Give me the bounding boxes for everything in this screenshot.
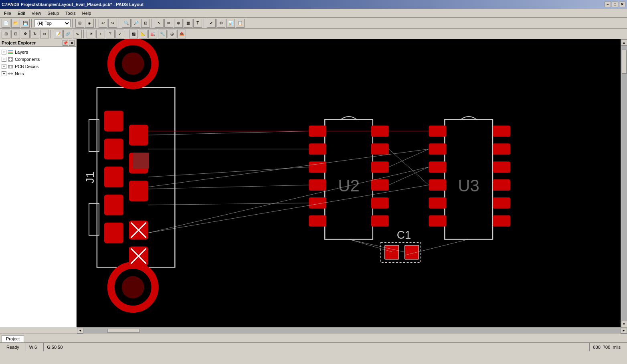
- check-button[interactable]: ✓: [115, 30, 124, 38]
- menu-view[interactable]: View: [28, 10, 44, 16]
- svg-rect-28: [104, 195, 123, 215]
- scroll-up-button[interactable]: ▲: [621, 39, 627, 46]
- pcb-decals-label: PCB Decals: [15, 64, 38, 69]
- deselect-button[interactable]: ⊟: [11, 30, 20, 38]
- fab-button[interactable]: 🏭: [148, 30, 157, 38]
- scroll-thumb-vertical[interactable]: [622, 50, 627, 74]
- mirror-button[interactable]: ⇔: [40, 30, 49, 38]
- pcb-canvas-area[interactable]: J1: [77, 39, 621, 327]
- scroll-left-button[interactable]: ◄: [77, 328, 83, 334]
- svg-rect-45: [309, 179, 326, 191]
- menu-tools[interactable]: Tools: [62, 10, 79, 16]
- settings-button[interactable]: ⚙: [216, 19, 225, 28]
- scroll-track-vertical[interactable]: [621, 46, 627, 321]
- push-button[interactable]: ↕: [96, 30, 105, 38]
- svg-point-14: [8, 73, 9, 74]
- netlist-button[interactable]: 🔗: [63, 30, 72, 38]
- new-button[interactable]: 📄: [2, 19, 10, 28]
- route-button[interactable]: ✏: [164, 19, 173, 28]
- copper-button[interactable]: ▦: [184, 19, 192, 28]
- assembly-button[interactable]: 🔧: [158, 30, 167, 38]
- drill-button[interactable]: ◎: [168, 30, 176, 38]
- pour-button[interactable]: ▩: [129, 30, 138, 38]
- save-button[interactable]: 💾: [21, 19, 30, 28]
- svg-text:U2: U2: [338, 176, 360, 195]
- separator4: [119, 19, 120, 28]
- move-button[interactable]: ✥: [21, 30, 30, 38]
- components-expand[interactable]: +: [2, 57, 6, 62]
- tree-item-nets[interactable]: + Nets: [0, 70, 76, 77]
- open-button[interactable]: 📂: [11, 19, 20, 28]
- svg-rect-25: [104, 111, 123, 132]
- export-button[interactable]: 📤: [177, 30, 186, 38]
- settings2-button[interactable]: 📊: [226, 19, 235, 28]
- query-button[interactable]: ?: [106, 30, 115, 38]
- add-via-button[interactable]: ⊕: [174, 19, 183, 28]
- pe-close-button[interactable]: ✕: [69, 40, 75, 46]
- pcb-drawing[interactable]: J1: [77, 39, 621, 327]
- menubar: File Edit View Setup Tools Help: [0, 9, 627, 18]
- zoom-fit-button[interactable]: ⊡: [141, 19, 150, 28]
- properties-button[interactable]: 📝: [54, 30, 63, 38]
- svg-rect-58: [429, 161, 446, 173]
- menu-help[interactable]: Help: [79, 10, 95, 16]
- rules-button[interactable]: 📐: [139, 30, 148, 38]
- zoom-in-button[interactable]: 🔍: [122, 19, 131, 28]
- drc-button[interactable]: ✔: [207, 19, 216, 28]
- tree-item-components[interactable]: + Components: [0, 56, 76, 63]
- scroll-down-button[interactable]: ▼: [621, 321, 627, 327]
- tree-item-layers[interactable]: + Layers: [0, 48, 76, 56]
- snap-button[interactable]: ◈: [85, 19, 94, 28]
- text-button[interactable]: T: [193, 19, 202, 28]
- svg-rect-2: [8, 53, 13, 54]
- svg-text:U3: U3: [458, 176, 479, 195]
- select-button[interactable]: ↖: [155, 19, 164, 28]
- project-explorer-header: Project Explorer 📌 ✕: [0, 39, 76, 47]
- svg-rect-69: [385, 245, 399, 259]
- status-coords: 800 700 mils: [589, 343, 624, 351]
- ratsnest-button[interactable]: ∿: [73, 30, 82, 38]
- undo-button[interactable]: ↩: [99, 19, 107, 28]
- scroll-right-button[interactable]: ►: [621, 328, 627, 334]
- zoom-out-button[interactable]: 🔎: [131, 19, 140, 28]
- nets-icon: [7, 70, 14, 77]
- svg-rect-60: [429, 197, 446, 209]
- pe-header-controls: 📌 ✕: [63, 40, 75, 46]
- svg-rect-26: [104, 139, 123, 159]
- svg-point-7: [11, 60, 12, 61]
- components-icon: [7, 56, 14, 62]
- maximize-button[interactable]: □: [612, 2, 618, 7]
- highlight-button[interactable]: ☀: [87, 30, 95, 38]
- minimize-button[interactable]: −: [605, 2, 611, 7]
- tree-item-pcb-decals[interactable]: + PCB Decals: [0, 63, 76, 70]
- tab-project[interactable]: Project: [2, 335, 24, 342]
- close-button[interactable]: ✕: [619, 2, 625, 7]
- scroll-track-horizontal[interactable]: [83, 328, 621, 333]
- components-label: Components: [15, 57, 40, 62]
- nets-expand[interactable]: +: [2, 71, 6, 76]
- grid-button[interactable]: ⊞: [75, 19, 84, 28]
- status-w-value: 6: [34, 345, 37, 350]
- pe-tree: + Layers +: [0, 47, 76, 327]
- tab-bar: Project: [0, 334, 627, 342]
- menu-file[interactable]: File: [1, 10, 14, 16]
- svg-rect-59: [429, 179, 446, 191]
- statusbar: Ready W: 6 G:50 50 800 700 mils: [0, 342, 627, 351]
- bottom-scrollbar: ◄ ►: [77, 327, 627, 334]
- settings3-button[interactable]: 📋: [236, 19, 245, 28]
- sep-t2-1: [51, 30, 52, 38]
- layer-dropdown[interactable]: (H) Top (H) Bottom Inner 1 Inner 2: [34, 19, 71, 27]
- select-all-button[interactable]: ⊞: [2, 30, 10, 38]
- svg-rect-61: [429, 215, 446, 227]
- rotate-button[interactable]: ↻: [30, 30, 39, 38]
- pe-title: Project Explorer: [2, 40, 36, 45]
- titlebar-controls: − □ ✕: [605, 2, 625, 7]
- menu-edit[interactable]: Edit: [14, 10, 28, 16]
- redo-button[interactable]: ↪: [108, 19, 117, 28]
- layers-expand[interactable]: +: [2, 50, 6, 54]
- svg-rect-27: [104, 167, 123, 187]
- pe-pin-button[interactable]: 📌: [63, 40, 68, 46]
- scroll-thumb-horizontal[interactable]: [107, 329, 140, 333]
- decals-expand[interactable]: +: [2, 64, 6, 69]
- menu-setup[interactable]: Setup: [44, 10, 62, 16]
